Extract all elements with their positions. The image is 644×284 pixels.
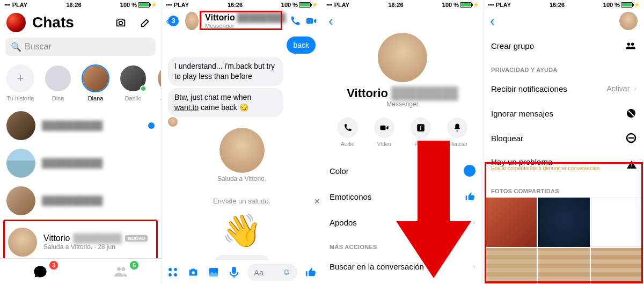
chats-header: Chats bbox=[0, 10, 161, 35]
read-receipt-avatar bbox=[168, 117, 178, 127]
profile-settings: Color Emoticonos Apodos› Más acciones Bu… bbox=[322, 158, 483, 284]
tab-chats[interactable]: 3 bbox=[0, 259, 80, 284]
avatar[interactable] bbox=[619, 12, 638, 30]
row-color[interactable]: Color bbox=[330, 158, 475, 184]
apps-button[interactable] bbox=[166, 267, 180, 278]
story-diana[interactable]: Diana bbox=[80, 64, 111, 101]
shared-photo[interactable] bbox=[485, 248, 537, 284]
action-mute[interactable]: Silenciar bbox=[447, 118, 467, 147]
message-input[interactable]: Aa☺ bbox=[247, 264, 297, 281]
shared-photo[interactable] bbox=[538, 198, 590, 247]
svg-point-3 bbox=[174, 268, 177, 271]
profile-actions: Audio Vídeo fPerfil Silenciar bbox=[322, 118, 483, 147]
svg-point-2 bbox=[169, 268, 172, 271]
chevron-right-icon: › bbox=[473, 218, 475, 227]
shared-photos-grid bbox=[484, 198, 644, 284]
chat-row[interactable]: ██████████ bbox=[6, 144, 155, 182]
dismiss-greeting-button[interactable]: ✕ bbox=[312, 196, 322, 206]
chat-row-vittorio[interactable]: Vittorio████████NUEVO Saluda a Vittorio.… bbox=[8, 223, 153, 261]
section-header: Fotos compartidas bbox=[491, 188, 636, 194]
chat-row[interactable]: ██████████ bbox=[6, 107, 155, 144]
action-video[interactable]: Vídeo bbox=[374, 118, 394, 147]
svg-rect-9 bbox=[380, 126, 385, 130]
svg-point-5 bbox=[174, 273, 177, 276]
row-buscar[interactable]: Buscar en la conversación› bbox=[330, 253, 475, 279]
shared-photo[interactable] bbox=[591, 198, 643, 247]
row-bloquear[interactable]: Bloquear bbox=[491, 126, 636, 150]
row-emoticonos[interactable]: Emoticonos bbox=[330, 184, 475, 209]
chat-row[interactable]: ██████████ bbox=[6, 182, 155, 220]
compose-button[interactable] bbox=[136, 13, 155, 32]
row-apodos[interactable]: Apodos› bbox=[330, 209, 475, 235]
emoji-button[interactable]: ☺ bbox=[282, 267, 291, 277]
block-icon bbox=[626, 133, 636, 143]
svg-point-4 bbox=[169, 273, 172, 276]
thumbs-up-icon bbox=[465, 191, 475, 202]
back-button[interactable]: ‹ bbox=[328, 13, 333, 30]
svg-text:f: f bbox=[420, 125, 422, 131]
row-secreta[interactable]: Ir a la conversación secreta› bbox=[330, 279, 475, 284]
conversation-header: ‹3 Vittorio████████ Messenger bbox=[162, 10, 322, 32]
row-problema[interactable]: Hay un problemaEnviar comentarios o denu… bbox=[491, 150, 636, 178]
received-message[interactable]: I understand... i'm.back but try to play… bbox=[168, 57, 283, 86]
profile-header: ‹ bbox=[322, 10, 483, 33]
search-icon: 🔍 bbox=[11, 42, 21, 52]
audio-call-button[interactable] bbox=[289, 12, 302, 30]
conversation-title[interactable]: Vittorio████████ Messenger bbox=[205, 13, 286, 29]
search-input[interactable]: 🔍Buscar bbox=[5, 38, 156, 56]
stories-row: +Tu historia Dina Diana Danilo Juan Je bbox=[0, 58, 161, 107]
svg-point-0 bbox=[119, 21, 122, 25]
action-profile[interactable]: fPerfil bbox=[411, 118, 431, 147]
profile-sub: Messenger bbox=[322, 100, 483, 108]
story-danilo[interactable]: Danilo bbox=[118, 64, 148, 101]
like-button[interactable] bbox=[304, 266, 318, 278]
profile-header: ‹ bbox=[484, 10, 644, 32]
warning-icon bbox=[627, 161, 636, 169]
profile-avatar[interactable] bbox=[6, 13, 26, 32]
story-juan[interactable]: Juan Je bbox=[156, 64, 161, 101]
messages: back I understand... i'm.back but try to… bbox=[162, 32, 322, 117]
shared-photo[interactable] bbox=[538, 248, 590, 284]
avatar bbox=[8, 228, 37, 257]
received-message[interactable]: Btw, just chat me when want.to came back… bbox=[168, 88, 283, 117]
story-add[interactable]: +Tu historia bbox=[5, 64, 35, 101]
shared-photo[interactable] bbox=[591, 248, 643, 284]
action-audio[interactable]: Audio bbox=[338, 118, 358, 147]
camera-button[interactable] bbox=[112, 13, 130, 32]
svg-rect-1 bbox=[306, 18, 313, 24]
row-notificaciones[interactable]: Recibir notificacionesActivar› bbox=[491, 76, 636, 101]
back-button[interactable]: ‹ bbox=[490, 13, 495, 30]
section-header: Privacidad y ayuda bbox=[491, 67, 636, 73]
camera-button[interactable] bbox=[186, 266, 200, 278]
composer: Aa☺ bbox=[162, 260, 322, 284]
row-crear-grupo[interactable]: Crear grupo bbox=[491, 33, 636, 58]
svg-point-6 bbox=[192, 271, 195, 274]
chat-list: ██████████ ██████████ ██████████ Vittori… bbox=[0, 107, 161, 284]
sent-message[interactable]: back bbox=[287, 37, 316, 54]
mic-button[interactable] bbox=[227, 266, 241, 278]
story-dina[interactable]: Dina bbox=[43, 64, 73, 101]
screen-profile: ▪▪▪▪PLAY 16:26 100 %⚡ ‹ Vittorio████████… bbox=[322, 0, 483, 284]
signal-icon: ▪▪▪▪ bbox=[4, 2, 10, 8]
send-greeting-row: Envíale un saludo.✕ bbox=[162, 196, 322, 206]
gallery-button[interactable] bbox=[207, 267, 221, 278]
avatar[interactable] bbox=[185, 12, 199, 30]
wave-emoji[interactable]: 👋 bbox=[162, 212, 322, 250]
profile-avatar-large[interactable] bbox=[378, 33, 427, 82]
tab-people[interactable]: 5 bbox=[80, 259, 161, 284]
svg-rect-8 bbox=[232, 267, 236, 274]
battery: 100 %⚡ bbox=[120, 2, 157, 8]
svg-point-15 bbox=[631, 43, 634, 46]
carrier: PLAY bbox=[12, 2, 27, 8]
shared-photo[interactable] bbox=[485, 198, 537, 247]
status-bar: ▪▪▪▪PLAY 16:26 100 %⚡ bbox=[322, 0, 483, 10]
contact-avatar-large bbox=[219, 128, 265, 173]
video-call-button[interactable] bbox=[305, 12, 318, 30]
back-button[interactable]: ‹3 bbox=[166, 16, 179, 27]
row-ignorar[interactable]: Ignorar mensajes bbox=[491, 101, 636, 126]
group-icon bbox=[625, 41, 636, 50]
screen-profile-2: ▪▪▪▪PLAY 16:26 100 %⚡ ‹ Crear grupo Priv… bbox=[483, 0, 644, 284]
status-bar: ▪▪▪▪PLAY 16:26 100 %⚡ bbox=[484, 0, 644, 10]
status-bar: ▪▪▪▪PLAY 16:26 100 %⚡ bbox=[0, 0, 161, 10]
section-header: Más acciones bbox=[330, 244, 475, 250]
